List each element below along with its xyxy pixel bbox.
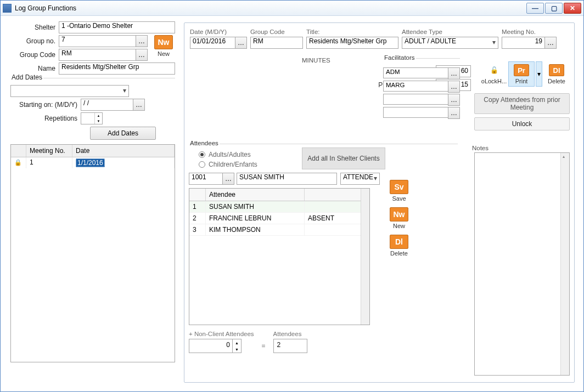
nonclient-label: + Non-Client Attendees [189,331,254,337]
groupcode-field[interactable]: RM [59,49,136,61]
nonclient-down[interactable]: ▼ [233,346,241,353]
attendee-type-select[interactable]: ATTENDE [340,173,380,185]
facilitator-field[interactable]: MARG [383,81,448,92]
attendee-name-field[interactable]: SUSAN SMITH [237,173,337,185]
meetings-col-no[interactable]: Meeting No. [26,145,72,157]
left-panel: Shelter 1 -Ontario Demo Shelter Group no… [10,21,175,383]
facilitator-lookup-button[interactable]: … [448,67,460,79]
unlock-button[interactable]: Unlock [474,117,570,130]
starting-picker-button[interactable]: … [133,99,145,111]
new-icon: Nw [154,35,173,49]
date-template-select[interactable] [10,85,129,97]
print-button[interactable]: Pr Print [508,61,535,87]
padlock-icon: 🔓 [486,64,502,77]
attendee-id-field[interactable]: 1001 [189,173,223,185]
new-icon: Nw [390,207,408,221]
add-dates-title: Add Dates [10,73,43,81]
print-dropdown-button[interactable]: ▾ [536,61,542,87]
meeting-row-no: 1 [26,157,72,168]
window-title: Log Group Functions [15,4,525,12]
attype-label: Attendee Type [402,29,498,35]
save-icon: Sv [390,180,408,194]
attcount-label: Attendees [273,331,307,337]
facilitators-box: Facilitators ADM… MARG… … … [383,58,460,120]
reps-label: Repetitions [10,115,81,122]
attendees-grid[interactable]: Attendee 1 SUSAN SMITH 2 FRANCINE LEBRUN… [189,188,370,325]
facilitator-field[interactable] [383,107,448,118]
facilitator-lookup-button[interactable]: … [448,81,460,93]
right-panel: Date (M/D/Y) 01/01/2016 … Group Code RM … [184,22,575,383]
print-icon: Pr [514,64,529,76]
facilitator-lookup-button[interactable]: … [448,107,460,119]
starting-field[interactable]: / / [81,99,133,111]
reps-input[interactable] [81,113,94,124]
action-buttons: 🔓 oLockH... Pr Print ▾ Dl Delete [481,61,570,87]
att-col-attendee[interactable]: Attendee [206,189,305,201]
lock-button[interactable]: 🔓 oLockH... [481,61,507,87]
close-button[interactable]: ✕ [564,3,581,14]
attcount-field[interactable]: 2 [273,339,307,353]
reps-up[interactable]: ▲ [95,113,102,118]
app-icon [3,4,12,13]
name-field[interactable]: Residents Mtg/Shelter Grp [59,63,175,75]
date-label: Date (M/D/Y) [190,29,247,35]
groupcode2-field[interactable]: RM [250,37,303,49]
attype-select[interactable]: ADULT / ADULTE [402,37,498,49]
copy-attendees-button[interactable]: Copy Attendees from prior Meeting [474,93,570,114]
equals-label: = [262,342,266,353]
name-label: Name [10,65,59,72]
groupcode-lookup-button[interactable]: … [136,49,148,61]
lock-icon [14,158,22,166]
groupno-label: Group no. [10,37,59,45]
groupno-field[interactable]: 7 [59,35,136,47]
meetings-col-lock [11,145,26,157]
add-all-clients-button[interactable]: Add all In Shelter Clients [302,147,385,169]
meeting-row[interactable]: 1 1/1/2016 [11,157,175,168]
maximize-button[interactable]: ▢ [545,3,563,14]
notes-label: Notes [472,145,488,151]
meeting-row-date[interactable]: 1/1/2016 [76,158,105,167]
facilitator-field[interactable]: ADM [383,67,448,78]
shelter-field[interactable]: 1 -Ontario Demo Shelter [59,21,175,33]
new-attendee-button[interactable]: Nw New [388,207,411,229]
groupno-lookup-button[interactable]: … [136,35,148,47]
nonclient-up[interactable]: ▲ [233,339,241,346]
attendee-row[interactable]: 3 KIM THOMPSON [189,224,369,236]
meetno-lookup-button[interactable]: … [544,37,557,49]
date-field[interactable]: 01/01/2016 [190,37,235,49]
facilitator-field[interactable] [383,94,448,105]
facilitator-lookup-button[interactable]: … [448,94,460,106]
add-dates-button[interactable]: Add Dates [90,127,156,140]
titlebar: Log Group Functions — ▢ ✕ [1,1,583,16]
facilitators-title: Facilitators [383,54,416,61]
attendees-scrollbar[interactable] [361,189,369,325]
att-col-num [189,189,206,201]
attendee-side-buttons: Sv Save Nw New Dl Delete [388,180,411,257]
reps-spinner[interactable]: ▲▼ [81,112,103,124]
attendees-title: Attendees [189,140,220,146]
attendee-lookup-button[interactable]: … [222,173,234,185]
meetno-field[interactable]: 19 [502,37,545,49]
nonclient-value[interactable]: 0 [189,339,233,353]
meetings-grid[interactable]: Meeting No. Date 1 1/1/2016 [10,144,175,362]
app-window: Log Group Functions — ▢ ✕ Shelter 1 -Ont… [0,0,584,392]
shelter-label: Shelter [10,24,59,31]
starting-label: Starting on: (M/D/Y) [10,101,81,109]
notes-textarea[interactable] [474,152,570,376]
delete-icon: Dl [549,64,564,76]
delete-meeting-button[interactable]: Dl Delete [543,61,570,87]
nonclient-spinner[interactable]: 0 ▲▼ [189,339,254,353]
new-group-button[interactable]: Nw New [152,35,175,57]
meetings-col-date[interactable]: Date [72,145,175,157]
save-attendee-button[interactable]: Sv Save [388,180,411,202]
attendee-row[interactable]: 2 FRANCINE LEBRUN ABSENT [189,213,369,224]
attendee-row[interactable]: 1 SUSAN SMITH [189,201,369,213]
delete-attendee-button[interactable]: Dl Delete [388,235,411,257]
date-picker-button[interactable]: … [235,37,247,49]
reps-down[interactable]: ▼ [95,118,102,124]
title-field[interactable]: Residents Mtg/Shelter Grp [306,37,398,49]
notes-scrollbar[interactable] [560,153,569,375]
minimize-button[interactable]: — [526,3,544,14]
meetings-grid-header: Meeting No. Date [11,145,175,157]
content-area: Shelter 1 -Ontario Demo Shelter Group no… [1,16,583,391]
